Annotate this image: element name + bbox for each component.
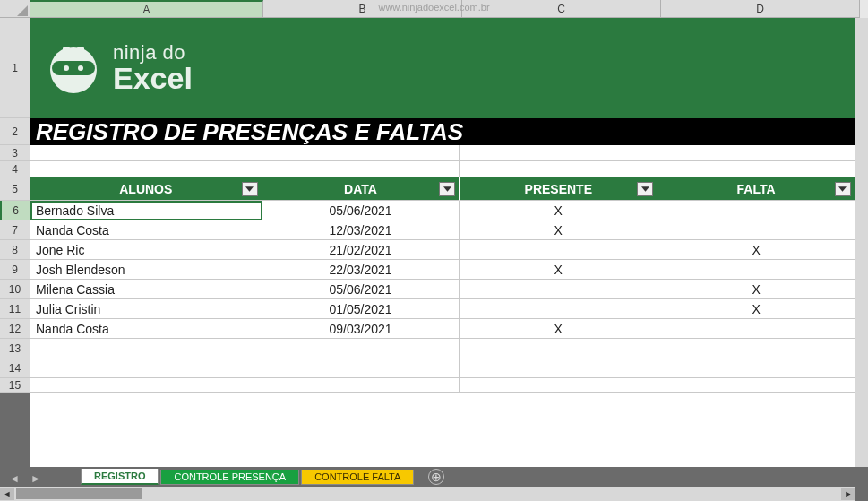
cell-falta[interactable] [657,319,855,339]
cell-data[interactable]: 22/03/2021 [262,260,460,280]
header-presente[interactable]: PRESENTE [460,177,657,201]
header-alunos[interactable]: ALUNOS [30,177,262,201]
cell-data[interactable]: 12/03/2021 [262,220,460,240]
cell-data[interactable]: 05/06/2021 [262,201,460,220]
spreadsheet-grid[interactable]: ninja do Excel REGISTRO DE PRESENÇAS E F… [30,18,855,501]
scroll-thumb[interactable] [16,488,142,499]
cell-presente[interactable] [460,280,657,299]
cell-aluno[interactable]: Jone Ric [30,240,262,260]
row-header[interactable]: 4 [0,161,30,177]
select-all-button[interactable] [0,0,30,18]
svg-marker-9 [641,186,649,191]
row-header[interactable]: 7 [0,220,30,240]
table-body: Bernado Silva05/06/2021XNanda Costa12/03… [30,201,855,339]
blank-row-15 [30,378,855,393]
cell-falta[interactable]: X [657,299,855,319]
cell-falta[interactable]: X [657,280,855,299]
column-header[interactable]: C [462,0,661,18]
blank-row-3 [30,145,855,161]
excel-window: www.ninjadoexcel.com.br ABCD 12345678910… [0,0,868,501]
row-header[interactable]: 13 [0,339,30,358]
svg-marker-0 [17,5,28,16]
row-header[interactable]: 2 [0,118,30,145]
row-header[interactable]: 15 [0,378,30,393]
cell-data[interactable]: 01/05/2021 [262,299,460,319]
cell-presente[interactable]: X [460,260,657,280]
svg-rect-2 [52,61,95,75]
table-row: Milena Cassia05/06/2021X [30,280,855,299]
cell-presente[interactable]: X [460,220,657,240]
row-header[interactable]: 3 [0,145,30,161]
cell-falta[interactable] [657,201,855,220]
chevron-down-icon [443,186,451,192]
cell-falta[interactable] [657,260,855,280]
logo-line2: Excel [113,63,193,95]
logo-row: ninja do Excel [30,18,855,118]
tab-label: REGISTRO [94,471,145,481]
cell-aluno[interactable]: Josh Blendeson [30,260,262,280]
row-header[interactable]: 9 [0,260,30,280]
table-row: Nanda Costa09/03/2021X [30,319,855,339]
sheet-next-icon[interactable]: ► [30,472,41,485]
cell-presente[interactable] [460,240,657,260]
sheet-nav-arrows[interactable]: ◄ ► [9,472,41,485]
cell-data[interactable]: 05/06/2021 [262,280,460,299]
cell-aluno[interactable]: Bernado Silva [30,201,262,220]
cell-data[interactable]: 09/03/2021 [262,319,460,339]
cell-aluno[interactable]: Julia Cristin [30,299,262,319]
row-header[interactable]: 11 [0,299,30,319]
tab-controle-falta[interactable]: CONTROLE FALTA [301,470,414,485]
header-data[interactable]: DATA [262,177,460,201]
cell-falta[interactable]: X [657,240,855,260]
header-presente-label: PRESENTE [525,182,592,196]
title-row: REGISTRO DE PRESENÇAS E FALTAS [30,118,855,145]
plus-icon: ⊕ [431,470,442,484]
header-falta-label: FALTA [737,182,776,196]
svg-marker-10 [838,186,847,191]
tab-bar: ◄ ► REGISTRO CONTROLE PRESENÇA CONTROLE … [0,467,868,501]
filter-button-alunos[interactable] [242,182,258,196]
cell-aluno[interactable]: Nanda Costa [30,220,262,240]
scroll-left-button[interactable]: ◄ [0,488,14,500]
row-header[interactable]: 14 [0,358,30,378]
blank-row-4 [30,161,855,177]
cell-aluno[interactable]: Nanda Costa [30,319,262,339]
filter-button-data[interactable] [439,182,455,196]
chevron-down-icon [838,186,847,192]
tab-label: CONTROLE PRESENÇA [174,471,286,482]
add-sheet-button[interactable]: ⊕ [428,469,444,485]
row-header[interactable]: 5 [0,177,30,201]
table-row: Julia Cristin01/05/2021X [30,299,855,319]
page-title: REGISTRO DE PRESENÇAS E FALTAS [30,118,855,145]
row-header[interactable]: 10 [0,280,30,299]
column-header[interactable]: D [661,0,860,18]
cell-presente[interactable] [460,299,657,319]
sheet-prev-icon[interactable]: ◄ [9,472,20,485]
header-falta[interactable]: FALTA [657,177,855,201]
column-header[interactable]: A [30,0,263,18]
column-header[interactable]: B [263,0,462,18]
svg-marker-7 [245,186,254,191]
cell-falta[interactable] [657,220,855,240]
tab-registro[interactable]: REGISTRO [81,469,159,485]
chevron-down-icon [641,186,649,192]
filter-button-falta[interactable] [835,182,851,196]
tab-controle-presenca[interactable]: CONTROLE PRESENÇA [160,470,299,485]
tab-label: CONTROLE FALTA [314,471,400,482]
cell-aluno[interactable]: Milena Cassia [30,280,262,299]
row-header[interactable]: 12 [0,319,30,339]
svg-rect-6 [77,47,84,51]
row-header[interactable]: 6 [0,201,30,220]
svg-rect-5 [63,47,70,51]
cell-presente[interactable]: X [460,319,657,339]
row-header[interactable]: 8 [0,240,30,260]
row-header[interactable]: 1 [0,18,30,118]
cell-data[interactable]: 21/02/2021 [262,240,460,260]
filter-button-presente[interactable] [637,182,653,196]
table-row: Nanda Costa12/03/2021X [30,220,855,240]
table-row: Jone Ric21/02/2021X [30,240,855,260]
scroll-right-button[interactable]: ► [841,488,855,500]
vertical-scrollbar[interactable] [855,18,868,467]
cell-presente[interactable]: X [460,201,657,220]
horizontal-scrollbar[interactable]: ◄ ► [0,487,855,501]
